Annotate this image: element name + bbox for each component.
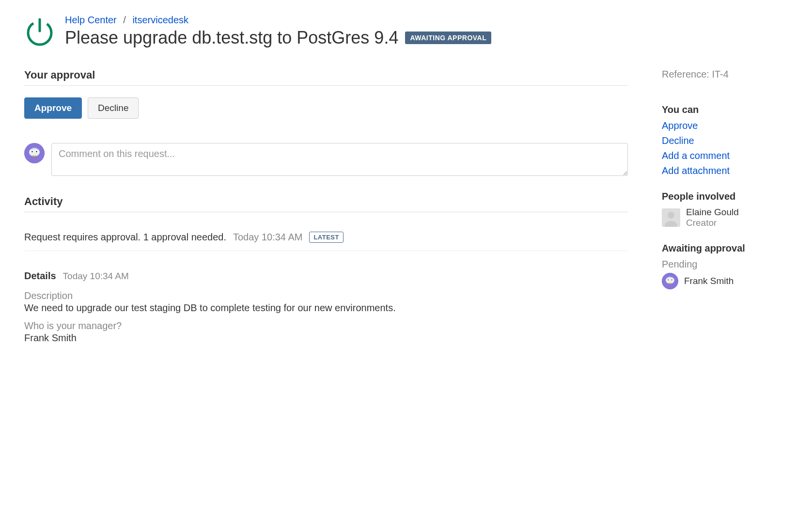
field-value-manager: Frank Smith (24, 332, 628, 344)
field-label-description: Description (24, 290, 628, 301)
activity-item: Request requires approval. 1 approval ne… (24, 224, 628, 251)
you-can-heading: You can (662, 104, 788, 115)
reference-label: Reference: (662, 69, 709, 79)
people-involved-heading: People involved (662, 191, 788, 202)
latest-badge: LATEST (309, 232, 344, 243)
page-title: Please upgrade db.test.stg to PostGres 9… (65, 28, 398, 48)
action-add-comment-link[interactable]: Add a comment (662, 150, 788, 161)
activity-text: Request requires approval. 1 approval ne… (24, 232, 226, 243)
person-avatar-placeholder (662, 208, 680, 227)
svg-point-14 (668, 279, 669, 280)
approver-name: Frank Smith (684, 276, 734, 286)
person-role: Creator (686, 218, 739, 228)
svg-point-11 (666, 277, 674, 284)
reference-value: IT-4 (712, 69, 728, 79)
activity-time: Today 10:34 AM (233, 232, 302, 243)
awaiting-approval-heading: Awaiting approval (662, 243, 788, 254)
action-approve-link[interactable]: Approve (662, 120, 788, 131)
field-value-description: We need to upgrade our test staging DB t… (24, 302, 628, 314)
awaiting-status: Pending (662, 259, 788, 270)
action-decline-link[interactable]: Decline (662, 135, 788, 146)
breadcrumb-help-center[interactable]: Help Center (65, 15, 117, 25)
approver-avatar (662, 273, 678, 289)
power-icon (24, 16, 55, 49)
field-label-manager: Who is your manager? (24, 320, 628, 331)
decline-button[interactable]: Decline (88, 97, 139, 119)
user-avatar (24, 143, 45, 163)
details-heading: Details (24, 270, 56, 282)
activity-heading: Activity (24, 195, 628, 212)
person-name: Elaine Gould (686, 207, 739, 218)
details-time: Today 10:34 AM (63, 271, 129, 282)
approve-button[interactable]: Approve (24, 97, 82, 119)
svg-point-6 (31, 151, 33, 153)
your-approval-heading: Your approval (24, 69, 628, 86)
status-badge: AWAITING APPROVAL (405, 32, 491, 44)
action-add-attachment-link[interactable]: Add attachment (662, 165, 788, 176)
svg-point-9 (668, 212, 674, 219)
breadcrumb-separator: / (123, 15, 126, 25)
svg-point-15 (671, 279, 672, 280)
person-row: Elaine Gould Creator (662, 207, 788, 228)
svg-point-3 (29, 148, 40, 157)
reference: Reference: IT-4 (662, 69, 788, 80)
comment-input[interactable] (51, 143, 628, 176)
svg-point-7 (36, 151, 37, 153)
breadcrumb: Help Center / itservicedesk (65, 15, 788, 26)
approver-row: Frank Smith (662, 273, 788, 289)
breadcrumb-project[interactable]: itservicedesk (132, 15, 188, 25)
